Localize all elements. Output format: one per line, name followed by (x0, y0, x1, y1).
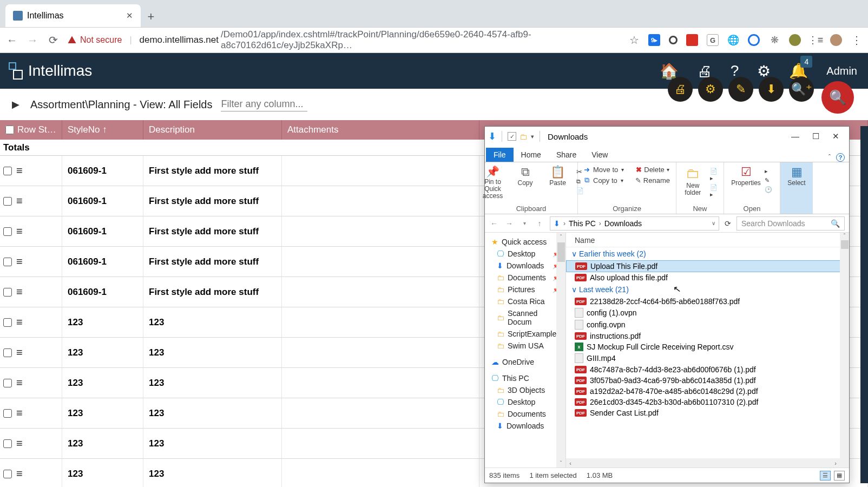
file-item[interactable]: GIII.mp4 (566, 352, 849, 364)
header-attachments[interactable]: Attachments (282, 120, 479, 140)
row-menu-icon[interactable]: ≡ (16, 316, 23, 328)
row-menu-icon[interactable]: ≡ (16, 255, 23, 268)
security-indicator[interactable]: Not secure (67, 35, 122, 45)
help-icon[interactable]: ? (836, 153, 845, 162)
profile-avatar[interactable] (830, 34, 842, 46)
list-scrollbar[interactable]: ˆ (840, 233, 849, 468)
row-menu-icon[interactable]: ≡ (16, 346, 23, 359)
side-costa-rica[interactable]: 🗀Costa Rica (489, 295, 565, 307)
row-menu-icon[interactable]: ≡ (16, 377, 23, 389)
row-checkbox[interactable] (3, 379, 12, 387)
history-icon[interactable]: 🕑 (765, 186, 772, 193)
sidebar-scrollbar[interactable]: ˆˇ (556, 233, 565, 468)
app-logo[interactable]: Intellimas (5, 61, 92, 81)
icons-view-button[interactable]: ▦ (834, 471, 845, 481)
group-last-week[interactable]: ∨Last week (21) (566, 283, 849, 296)
tab-file[interactable]: File (486, 148, 514, 162)
close-tab-icon[interactable]: ✕ (126, 11, 133, 21)
pin-quick-access-button[interactable]: 📌Pin to Quick access (479, 166, 507, 200)
side-pictures[interactable]: 🗀Pictures📌 (489, 284, 565, 295)
extension-blue-circle-icon[interactable] (748, 34, 760, 46)
cell-attachments[interactable] (282, 429, 479, 458)
extension-circle-icon[interactable] (669, 36, 678, 44)
tab-home[interactable]: Home (514, 148, 549, 162)
side-scanned[interactable]: 🗀Scanned Docum (489, 307, 565, 328)
address-bar[interactable]: demo.intellimas.net/Demo01/app/index.csh… (140, 29, 620, 51)
row-checkbox[interactable] (3, 318, 12, 327)
bookmark-star-icon[interactable]: ☆ (628, 34, 641, 47)
row-menu-icon[interactable]: ≡ (16, 437, 23, 450)
extension-translate-icon[interactable]: 9▸ (648, 34, 660, 46)
minimize-button[interactable]: — (791, 131, 799, 141)
explorer-titlebar[interactable]: ⬇ ✓ 🗀 ▾ Downloads — ☐ ✕ (485, 127, 849, 146)
cell-attachments[interactable] (282, 156, 479, 186)
paste-button[interactable]: 📋Paste (544, 166, 572, 187)
group-earlier-this-week[interactable]: ∨Earlier this week (2) (566, 247, 849, 260)
extension-globe-icon[interactable]: 🌐 (727, 34, 739, 46)
filter-input[interactable] (221, 97, 307, 111)
expand-sidebar-button[interactable]: ▶ (12, 98, 19, 110)
side-swim[interactable]: 🗀Swim USA (489, 340, 565, 352)
print-button[interactable]: 🖨 (668, 77, 693, 102)
cell-attachments[interactable] (282, 338, 479, 367)
file-item[interactable]: xSJ Mockup Full Circle Receiving Report.… (566, 341, 849, 352)
side-downloads2[interactable]: ⬇Downloads (489, 420, 565, 432)
side-3d-objects[interactable]: 🗀3D Objects (489, 384, 565, 396)
file-item[interactable]: config (1).ovpn (566, 307, 849, 319)
file-item[interactable]: PDF26e1cd03-d345-42b3-b30d-ab6b01107310 … (566, 397, 849, 407)
qat-check-icon[interactable]: ✓ (508, 132, 516, 141)
side-script[interactable]: 🗀ScriptExample (489, 328, 565, 340)
cell-attachments[interactable] (282, 216, 479, 246)
edit-button[interactable]: ✎ (728, 77, 753, 102)
new-folder-button[interactable]: 🗀New folder (680, 166, 706, 196)
cell-attachments[interactable] (282, 459, 479, 487)
tab-view[interactable]: View (584, 148, 615, 162)
file-item[interactable]: PDFinstructions.pdf (566, 331, 849, 341)
extension-g-icon[interactable]: G (707, 34, 719, 46)
copy-to-button[interactable]: ⧉Copy to▾ ✎Rename (582, 176, 670, 185)
cell-attachments[interactable] (282, 247, 479, 277)
row-checkbox[interactable] (3, 167, 12, 175)
maximize-button[interactable]: ☐ (812, 131, 819, 141)
row-menu-icon[interactable]: ≡ (16, 286, 23, 298)
details-view-button[interactable]: ☰ (820, 471, 831, 481)
move-to-button[interactable]: ➜Move to▾ ✖Delete▾ (582, 166, 669, 174)
easy-access-icon[interactable]: 📄▸ (710, 184, 720, 198)
collapse-ribbon-icon[interactable]: ˆ (828, 154, 831, 161)
refresh-button[interactable]: ⟳ (725, 219, 731, 228)
new-tab-button[interactable]: + (141, 6, 161, 27)
open-icon[interactable]: ▸ (765, 168, 772, 175)
qat-folder-icon[interactable]: 🗀 (520, 132, 528, 141)
row-checkbox[interactable] (3, 258, 12, 266)
side-this-pc[interactable]: 🖵This PC (489, 372, 565, 384)
file-item[interactable]: PDF48c7487a-8cb7-4dd3-8e23-ab6d00f0676b … (566, 364, 849, 375)
cell-attachments[interactable] (282, 307, 479, 337)
nav-back-button[interactable]: ← (489, 219, 499, 228)
side-onedrive[interactable]: ☁OneDrive (489, 356, 565, 368)
reload-button[interactable]: ⟳ (47, 34, 60, 47)
list-h-scrollbar[interactable]: ‹› (566, 458, 840, 468)
browser-tab[interactable]: Intellimas ✕ (5, 4, 141, 27)
close-button[interactable]: ✕ (832, 131, 839, 141)
row-menu-icon[interactable]: ≡ (16, 164, 23, 177)
side-desktop2[interactable]: 🖵Desktop (489, 396, 565, 408)
header-description[interactable]: Description (143, 120, 282, 140)
extension-red-icon[interactable] (686, 34, 698, 46)
extension-snowflake-icon[interactable]: ❋ (768, 34, 780, 46)
row-checkbox[interactable] (3, 439, 12, 448)
row-menu-icon[interactable]: ≡ (16, 195, 23, 207)
nav-history-dropdown[interactable]: ▾ (520, 220, 529, 226)
search-box[interactable]: Search Downloads 🔍 (737, 216, 845, 231)
cell-attachments[interactable] (282, 186, 479, 216)
menu-kebab-icon[interactable]: ⋮ (851, 34, 863, 46)
file-item[interactable]: PDFSender Cast List.pdf (566, 407, 849, 418)
row-menu-icon[interactable]: ≡ (16, 468, 23, 480)
list-header[interactable]: Name (566, 235, 849, 247)
side-desktop[interactable]: 🖵Desktop📌 (489, 248, 565, 260)
file-item[interactable]: PDF22138d28-2ccf-4c64-b6f5-ab6e0188f763.… (566, 296, 849, 307)
edit-icon[interactable]: ✎ (765, 177, 772, 184)
file-item[interactable]: PDFAlso upload this file.pdf (566, 272, 849, 283)
crumb-this-pc[interactable]: This PC (569, 219, 596, 228)
breadcrumb-bar[interactable]: ⬇ › This PC › Downloads ∨ (550, 216, 719, 231)
file-item[interactable]: config.ovpn (566, 319, 849, 331)
